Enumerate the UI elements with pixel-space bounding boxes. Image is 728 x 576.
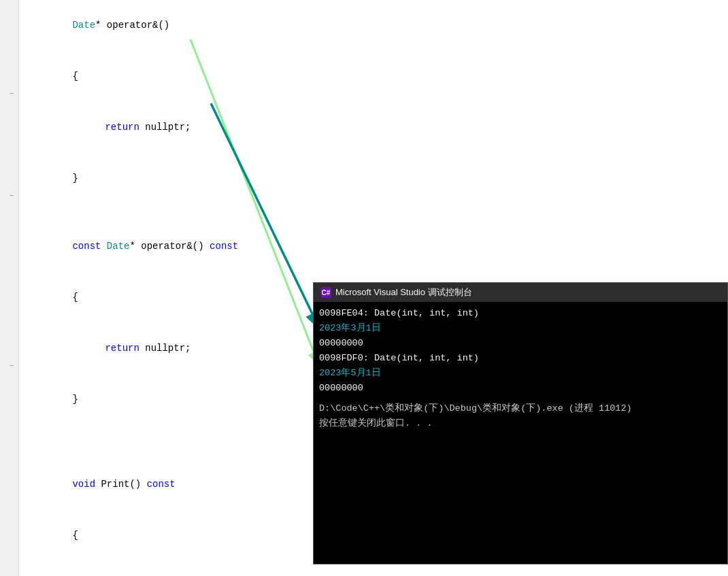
console-titlebar: C# Microsoft Visual Studio 调试控制台 xyxy=(314,283,727,302)
code-line-5 xyxy=(19,204,728,221)
code-line-1: Date* operator&() xyxy=(19,0,728,51)
console-line-2: 2023年3月1日 xyxy=(319,321,722,336)
console-line-8: D:\Code\C++\类和对象(下)\Debug\类和对象(下).exe (进… xyxy=(319,401,722,416)
collapse-1[interactable]: − xyxy=(10,90,14,98)
console-line-1: 0098FE04: Date(int, int, int) xyxy=(319,306,722,321)
console-line-3: 00000000 xyxy=(319,336,722,351)
code-line-2: { xyxy=(19,51,728,102)
vs-icon-label: C# xyxy=(322,289,331,297)
vs-icon: C# xyxy=(320,287,331,298)
code-editor: − − − Date* operator&() { return nullptr… xyxy=(0,0,728,576)
console-line-4: 0098FDF0: Date(int, int, int) xyxy=(319,351,722,366)
editor-gutter: − − − xyxy=(0,0,19,576)
console-title: Microsoft Visual Studio 调试控制台 xyxy=(335,286,472,299)
console-line-5: 2023年5月1日 xyxy=(319,366,722,381)
code-line-6: const Date* operator&() const xyxy=(19,221,728,272)
console-line-6: 00000000 xyxy=(319,381,722,396)
code-line-4: } xyxy=(19,153,728,204)
code-line-3: return nullptr; xyxy=(19,102,728,153)
collapse-3[interactable]: − xyxy=(10,362,14,370)
console-spacer xyxy=(319,396,722,401)
console-line-9: 按任意键关闭此窗口. . . xyxy=(319,416,722,431)
collapse-2[interactable]: − xyxy=(10,192,14,200)
console-window: C# Microsoft Visual Studio 调试控制台 0098FE0… xyxy=(313,282,728,564)
console-output: 0098FE04: Date(int, int, int) 2023年3月1日 … xyxy=(314,302,727,435)
